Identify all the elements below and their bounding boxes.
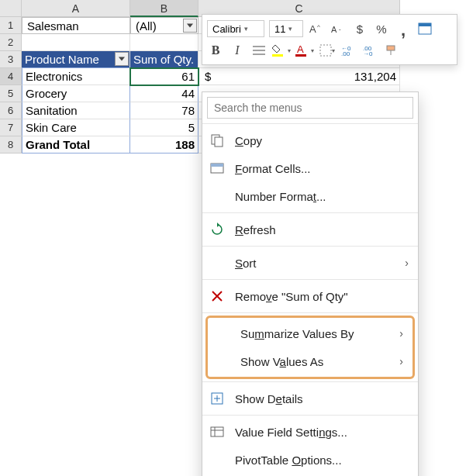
pivot-options-label: PivotTable Options...: [235, 454, 409, 467]
menu-item-show-values-as[interactable]: Show Values As ›: [208, 347, 412, 375]
decrease-decimal-icon: .00→0: [363, 44, 378, 57]
row-header-3[interactable]: 3: [0, 51, 22, 68]
menu-item-summarize-values[interactable]: Summarize Values By ›: [208, 319, 412, 347]
svg-text:^: ^: [317, 23, 320, 30]
svg-text:ˇ: ˇ: [339, 28, 341, 35]
increase-font-button[interactable]: A^: [308, 20, 325, 37]
menu-item-pivottable-options[interactable]: PivotTable Options...: [202, 446, 418, 474]
c4-value: 131,204: [354, 70, 396, 83]
remove-label: Remove "Sum of Qty": [235, 290, 409, 303]
menu-item-remove[interactable]: Remove "Sum of Qty": [202, 282, 418, 310]
menu-item-copy[interactable]: Copy: [202, 126, 418, 154]
menu-item-show-details[interactable]: Show Details: [202, 385, 418, 412]
pivot-row-electronics[interactable]: Electronics: [22, 68, 130, 85]
pivot-val-sanitation[interactable]: 78: [130, 102, 198, 119]
menu-separator: [202, 123, 418, 124]
pivot-val-skincare[interactable]: 5: [130, 119, 198, 136]
font-size-combo[interactable]: 11▾: [269, 20, 303, 37]
pivot-row-sanitation[interactable]: Sanitation: [22, 102, 130, 119]
cell-c4[interactable]: $ 131,204: [198, 68, 400, 85]
value-field-icon: [209, 423, 226, 440]
format-painter-button[interactable]: [384, 42, 401, 59]
accounting-format-button[interactable]: $: [351, 20, 368, 37]
menu-item-value-field-settings[interactable]: Value Field Settings...: [202, 418, 418, 446]
sum-qty-header: Sum of Qty.: [133, 53, 194, 66]
row-header-7[interactable]: 7: [0, 119, 22, 136]
svg-rect-5: [419, 23, 431, 26]
pivot-options-icon: [209, 451, 226, 468]
svg-text:A: A: [309, 23, 316, 35]
decrease-decimal-button[interactable]: .00→0: [362, 42, 379, 59]
refresh-label: Refresh: [235, 223, 409, 236]
format-cells-icon: [209, 160, 226, 177]
svg-rect-11: [295, 54, 306, 57]
salesman-label: Salesman: [27, 19, 79, 33]
menu-search-input[interactable]: [207, 97, 413, 119]
svg-rect-20: [215, 137, 223, 147]
pivot-row-grocery[interactable]: Grocery: [22, 85, 130, 102]
align-button[interactable]: [250, 42, 268, 59]
fill-color-button[interactable]: ▾: [272, 42, 291, 59]
pivot-filter-button[interactable]: [115, 52, 129, 66]
cell-a2[interactable]: [22, 34, 130, 51]
filter-value-cell[interactable]: (All): [130, 17, 198, 34]
chevron-right-icon: ›: [405, 257, 409, 269]
svg-text:→0: →0: [363, 50, 373, 57]
row-header-8[interactable]: 8: [0, 136, 22, 153]
select-all-corner[interactable]: [0, 0, 22, 17]
grand-total-label[interactable]: Grand Total: [22, 136, 130, 153]
row-header-2[interactable]: 2: [0, 34, 22, 51]
svg-rect-12: [320, 45, 331, 56]
pivot-col-header-a[interactable]: Product Name: [22, 51, 130, 68]
number-format-label: Number Format...: [235, 190, 409, 203]
refresh-icon: [209, 221, 226, 238]
row-header-4[interactable]: 4: [0, 68, 22, 85]
menu-separator: [202, 212, 418, 213]
bold-button[interactable]: B: [207, 42, 224, 59]
menu-separator: [202, 246, 418, 247]
menu-item-format-cells[interactable]: Format Cells...: [202, 154, 418, 182]
increase-decimal-button[interactable]: ←0.00: [340, 42, 357, 59]
row-header-6[interactable]: 6: [0, 102, 22, 119]
svg-text:A: A: [331, 25, 337, 34]
selected-cell-b4[interactable]: 61: [130, 68, 198, 85]
table-format-icon: [418, 22, 432, 35]
menu-item-refresh[interactable]: Refresh: [202, 216, 418, 243]
filter-label-cell[interactable]: Salesman: [22, 17, 130, 34]
filter-dropdown-button[interactable]: [183, 19, 197, 33]
italic-button[interactable]: I: [229, 42, 246, 59]
value-field-label: Value Field Settings...: [235, 426, 409, 439]
conditional-format-button[interactable]: [416, 20, 433, 37]
font-name-combo[interactable]: Calibri▾: [207, 20, 264, 37]
svg-text:A: A: [297, 43, 304, 55]
pivot-row-skincare[interactable]: Skin Care: [22, 119, 130, 136]
font-color-button[interactable]: A▾: [295, 42, 314, 59]
pivot-val-grocery[interactable]: 44: [130, 85, 198, 102]
row-header-1[interactable]: 1: [0, 17, 22, 34]
pivot-col-header-b[interactable]: Sum of Qty.: [130, 51, 198, 68]
svg-rect-9: [272, 54, 283, 57]
show-details-icon: [209, 390, 226, 407]
decrease-font-icon: Aˇ: [331, 22, 345, 35]
borders-icon: [319, 44, 332, 57]
c4-prefix: $: [205, 68, 211, 85]
chevron-right-icon: ›: [399, 355, 403, 367]
align-icon: [253, 45, 265, 56]
decrease-font-button[interactable]: Aˇ: [330, 20, 347, 37]
borders-button[interactable]: ▾: [319, 42, 336, 59]
menu-separator: [202, 415, 418, 416]
font-color-icon: A: [295, 43, 311, 57]
menu-item-number-format[interactable]: Number Format...: [202, 182, 418, 210]
svg-text:.00: .00: [341, 50, 350, 57]
fill-color-icon: [272, 43, 288, 57]
cell-b2[interactable]: [130, 34, 198, 51]
row-header-5[interactable]: 5: [0, 85, 22, 102]
percent-format-button[interactable]: %: [373, 20, 390, 37]
grand-total-value[interactable]: 188: [130, 136, 198, 153]
svg-rect-22: [211, 164, 223, 167]
menu-item-sort[interactable]: Sort ›: [202, 249, 418, 277]
comma-format-button[interactable]: ,: [395, 20, 412, 37]
col-header-a[interactable]: A: [22, 0, 130, 17]
col-header-b[interactable]: B: [130, 0, 198, 17]
increase-font-icon: A^: [309, 22, 323, 35]
